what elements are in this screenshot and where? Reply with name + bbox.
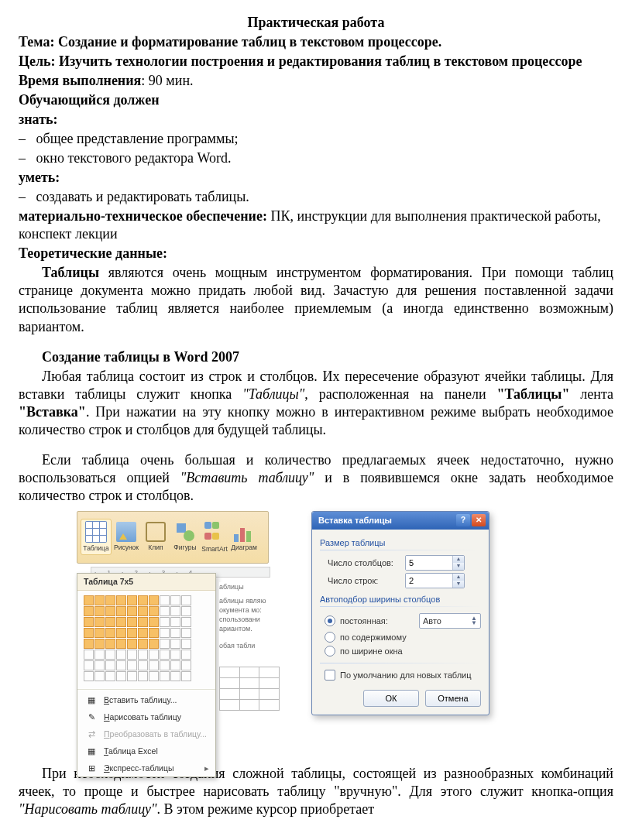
- grid-cell[interactable]: [127, 617, 137, 627]
- ribbon-btn-table[interactable]: Таблица: [81, 519, 112, 555]
- grid-cell[interactable]: [105, 606, 115, 616]
- grid-cell[interactable]: [138, 617, 148, 627]
- grid-cell[interactable]: [105, 660, 115, 670]
- grid-cell[interactable]: [94, 595, 105, 605]
- grid-cell[interactable]: [170, 650, 180, 660]
- grid-cell[interactable]: [127, 650, 137, 660]
- cancel-button[interactable]: Отмена: [425, 690, 481, 707]
- grid-cell[interactable]: [105, 595, 115, 605]
- grid-cell[interactable]: [160, 606, 170, 616]
- grid-cell[interactable]: [170, 617, 180, 627]
- spin-up-icon[interactable]: ▲: [453, 556, 464, 563]
- grid-cell[interactable]: [181, 606, 191, 616]
- grid-cell[interactable]: [170, 595, 180, 605]
- grid-cell[interactable]: [84, 639, 94, 649]
- ribbon-btn-shapes[interactable]: Фигуры: [170, 522, 200, 552]
- grid-cell[interactable]: [84, 650, 94, 660]
- fixed-width-select[interactable]: Авто ▲▼: [419, 613, 481, 629]
- grid-cell[interactable]: [149, 595, 159, 605]
- grid-cell[interactable]: [127, 606, 137, 616]
- grid-cell[interactable]: [170, 628, 180, 638]
- cols-spinner[interactable]: ▲▼: [405, 555, 465, 571]
- dropdown-menu-item[interactable]: ✎Нарисовать таблицу: [77, 708, 215, 725]
- grid-cell[interactable]: [149, 628, 159, 638]
- dropdown-menu-item[interactable]: ▦Таблица Excel: [77, 742, 215, 759]
- grid-cell[interactable]: [149, 660, 159, 670]
- grid-cell[interactable]: [116, 671, 126, 681]
- grid-cell[interactable]: [127, 628, 137, 638]
- grid-cell[interactable]: [138, 628, 148, 638]
- grid-cell[interactable]: [116, 606, 126, 616]
- ribbon-btn-chart[interactable]: Диаграм: [229, 522, 259, 552]
- dialog-titlebar[interactable]: Вставка таблицы ? ✕: [312, 512, 489, 530]
- grid-cell[interactable]: [149, 606, 159, 616]
- grid-cell[interactable]: [105, 628, 115, 638]
- insert-table-grid[interactable]: [77, 591, 215, 687]
- grid-cell[interactable]: [105, 650, 115, 660]
- grid-cell[interactable]: [160, 671, 170, 681]
- grid-cell[interactable]: [181, 671, 191, 681]
- grid-cell[interactable]: [160, 617, 170, 627]
- radio-fixed-width[interactable]: постоянная: Авто ▲▼: [320, 612, 481, 630]
- grid-cell[interactable]: [181, 617, 191, 627]
- grid-cell[interactable]: [127, 671, 137, 681]
- grid-cell[interactable]: [105, 617, 115, 627]
- grid-cell[interactable]: [116, 617, 126, 627]
- grid-cell[interactable]: [181, 650, 191, 660]
- grid-cell[interactable]: [138, 606, 148, 616]
- grid-cell[interactable]: [160, 628, 170, 638]
- grid-cell[interactable]: [170, 660, 180, 670]
- rows-input[interactable]: [406, 574, 452, 588]
- radio-by-content[interactable]: по содержимому: [320, 630, 481, 644]
- grid-cell[interactable]: [149, 671, 159, 681]
- radio-by-window[interactable]: по ширине окна: [320, 644, 481, 658]
- spin-down-icon[interactable]: ▼: [471, 621, 477, 626]
- grid-cell[interactable]: [170, 606, 180, 616]
- grid-cell[interactable]: [84, 595, 94, 605]
- grid-cell[interactable]: [116, 639, 126, 649]
- grid-cell[interactable]: [170, 671, 180, 681]
- grid-cell[interactable]: [94, 671, 105, 681]
- dialog-help-button[interactable]: ?: [456, 514, 470, 526]
- grid-cell[interactable]: [149, 650, 159, 660]
- grid-cell[interactable]: [181, 660, 191, 670]
- grid-cell[interactable]: [138, 639, 148, 649]
- grid-cell[interactable]: [138, 660, 148, 670]
- dialog-close-button[interactable]: ✕: [472, 514, 486, 526]
- ribbon-btn-clip[interactable]: Клип: [141, 522, 170, 552]
- grid-cell[interactable]: [149, 639, 159, 649]
- grid-cell[interactable]: [160, 650, 170, 660]
- grid-cell[interactable]: [127, 595, 137, 605]
- grid-cell[interactable]: [138, 650, 148, 660]
- grid-cell[interactable]: [116, 650, 126, 660]
- grid-cell[interactable]: [94, 628, 105, 638]
- spin-down-icon[interactable]: ▼: [453, 563, 464, 570]
- grid-cell[interactable]: [105, 671, 115, 681]
- grid-cell[interactable]: [105, 639, 115, 649]
- grid-cell[interactable]: [94, 650, 105, 660]
- grid-cell[interactable]: [94, 617, 105, 627]
- cols-input[interactable]: [406, 556, 452, 570]
- grid-cell[interactable]: [127, 660, 137, 670]
- ribbon-btn-smartart[interactable]: SmartArt: [200, 520, 229, 554]
- grid-cell[interactable]: [149, 617, 159, 627]
- grid-cell[interactable]: [84, 660, 94, 670]
- grid-cell[interactable]: [160, 595, 170, 605]
- grid-cell[interactable]: [127, 639, 137, 649]
- grid-cell[interactable]: [94, 660, 105, 670]
- ok-button[interactable]: ОК: [363, 690, 419, 707]
- grid-cell[interactable]: [84, 671, 94, 681]
- grid-cell[interactable]: [94, 606, 105, 616]
- dropdown-menu-item[interactable]: ▦Вставить таблицу...: [77, 691, 215, 708]
- grid-cell[interactable]: [181, 595, 191, 605]
- grid-cell[interactable]: [138, 595, 148, 605]
- grid-cell[interactable]: [160, 639, 170, 649]
- grid-cell[interactable]: [84, 617, 94, 627]
- grid-cell[interactable]: [116, 660, 126, 670]
- grid-cell[interactable]: [181, 628, 191, 638]
- grid-cell[interactable]: [181, 639, 191, 649]
- grid-cell[interactable]: [116, 628, 126, 638]
- dropdown-menu-item[interactable]: ⊞Экспресс-таблицы▸: [77, 759, 215, 777]
- spin-down-icon[interactable]: ▼: [453, 581, 464, 588]
- grid-cell[interactable]: [84, 628, 94, 638]
